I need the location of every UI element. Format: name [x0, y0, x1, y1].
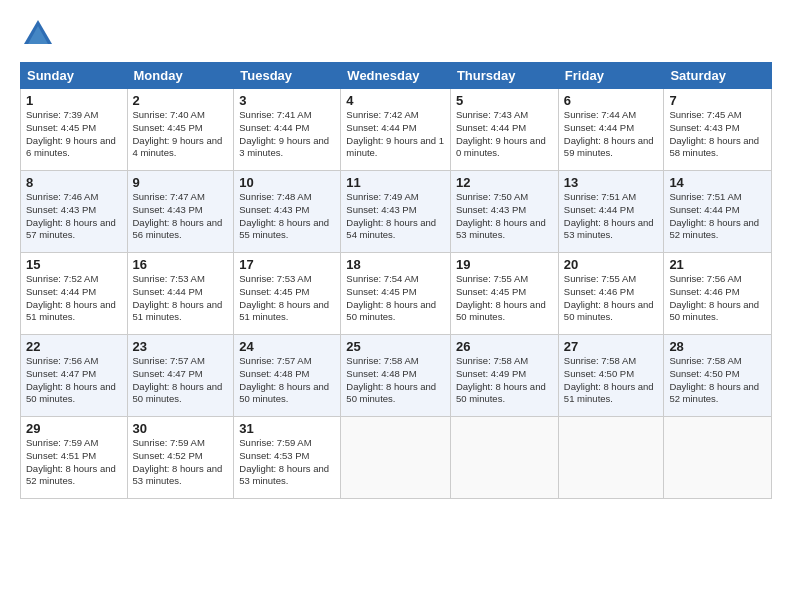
day-detail: Sunrise: 7:59 AMSunset: 4:53 PMDaylight:…: [239, 437, 329, 486]
day-number: 19: [456, 257, 553, 272]
day-detail: Sunrise: 7:43 AMSunset: 4:44 PMDaylight:…: [456, 109, 546, 158]
day-detail: Sunrise: 7:58 AMSunset: 4:50 PMDaylight:…: [669, 355, 759, 404]
day-number: 4: [346, 93, 445, 108]
calendar-week-row: 8 Sunrise: 7:46 AMSunset: 4:43 PMDayligh…: [21, 171, 772, 253]
calendar-cell: [450, 417, 558, 499]
calendar-header-sunday: Sunday: [21, 63, 128, 89]
calendar-cell: 4 Sunrise: 7:42 AMSunset: 4:44 PMDayligh…: [341, 89, 451, 171]
calendar-cell: 30 Sunrise: 7:59 AMSunset: 4:52 PMDaylig…: [127, 417, 234, 499]
day-detail: Sunrise: 7:56 AMSunset: 4:46 PMDaylight:…: [669, 273, 759, 322]
day-detail: Sunrise: 7:47 AMSunset: 4:43 PMDaylight:…: [133, 191, 223, 240]
day-detail: Sunrise: 7:58 AMSunset: 4:50 PMDaylight:…: [564, 355, 654, 404]
day-number: 15: [26, 257, 122, 272]
calendar-week-row: 22 Sunrise: 7:56 AMSunset: 4:47 PMDaylig…: [21, 335, 772, 417]
day-number: 23: [133, 339, 229, 354]
calendar-cell: 25 Sunrise: 7:58 AMSunset: 4:48 PMDaylig…: [341, 335, 451, 417]
calendar-cell: [341, 417, 451, 499]
calendar-cell: 10 Sunrise: 7:48 AMSunset: 4:43 PMDaylig…: [234, 171, 341, 253]
page: SundayMondayTuesdayWednesdayThursdayFrid…: [0, 0, 792, 612]
calendar-cell: 19 Sunrise: 7:55 AMSunset: 4:45 PMDaylig…: [450, 253, 558, 335]
calendar-cell: 15 Sunrise: 7:52 AMSunset: 4:44 PMDaylig…: [21, 253, 128, 335]
calendar-cell: 22 Sunrise: 7:56 AMSunset: 4:47 PMDaylig…: [21, 335, 128, 417]
day-detail: Sunrise: 7:50 AMSunset: 4:43 PMDaylight:…: [456, 191, 546, 240]
calendar-header-saturday: Saturday: [664, 63, 772, 89]
day-detail: Sunrise: 7:48 AMSunset: 4:43 PMDaylight:…: [239, 191, 329, 240]
calendar-cell: 20 Sunrise: 7:55 AMSunset: 4:46 PMDaylig…: [558, 253, 664, 335]
day-number: 29: [26, 421, 122, 436]
calendar-cell: 11 Sunrise: 7:49 AMSunset: 4:43 PMDaylig…: [341, 171, 451, 253]
day-detail: Sunrise: 7:51 AMSunset: 4:44 PMDaylight:…: [669, 191, 759, 240]
day-number: 20: [564, 257, 659, 272]
calendar-cell: [558, 417, 664, 499]
calendar-cell: 18 Sunrise: 7:54 AMSunset: 4:45 PMDaylig…: [341, 253, 451, 335]
day-number: 11: [346, 175, 445, 190]
day-number: 3: [239, 93, 335, 108]
calendar-cell: 6 Sunrise: 7:44 AMSunset: 4:44 PMDayligh…: [558, 89, 664, 171]
day-number: 9: [133, 175, 229, 190]
day-detail: Sunrise: 7:56 AMSunset: 4:47 PMDaylight:…: [26, 355, 116, 404]
calendar-header-monday: Monday: [127, 63, 234, 89]
day-number: 12: [456, 175, 553, 190]
calendar-cell: 24 Sunrise: 7:57 AMSunset: 4:48 PMDaylig…: [234, 335, 341, 417]
calendar-cell: 27 Sunrise: 7:58 AMSunset: 4:50 PMDaylig…: [558, 335, 664, 417]
day-number: 25: [346, 339, 445, 354]
calendar-week-row: 29 Sunrise: 7:59 AMSunset: 4:51 PMDaylig…: [21, 417, 772, 499]
day-number: 21: [669, 257, 766, 272]
day-detail: Sunrise: 7:58 AMSunset: 4:48 PMDaylight:…: [346, 355, 436, 404]
calendar-cell: 21 Sunrise: 7:56 AMSunset: 4:46 PMDaylig…: [664, 253, 772, 335]
day-detail: Sunrise: 7:58 AMSunset: 4:49 PMDaylight:…: [456, 355, 546, 404]
calendar-cell: 3 Sunrise: 7:41 AMSunset: 4:44 PMDayligh…: [234, 89, 341, 171]
calendar-cell: 29 Sunrise: 7:59 AMSunset: 4:51 PMDaylig…: [21, 417, 128, 499]
calendar-cell: 13 Sunrise: 7:51 AMSunset: 4:44 PMDaylig…: [558, 171, 664, 253]
day-number: 10: [239, 175, 335, 190]
day-number: 5: [456, 93, 553, 108]
day-number: 8: [26, 175, 122, 190]
logo-icon: [20, 16, 56, 52]
calendar-cell: 1 Sunrise: 7:39 AMSunset: 4:45 PMDayligh…: [21, 89, 128, 171]
calendar-cell: 28 Sunrise: 7:58 AMSunset: 4:50 PMDaylig…: [664, 335, 772, 417]
day-detail: Sunrise: 7:45 AMSunset: 4:43 PMDaylight:…: [669, 109, 759, 158]
calendar-header-thursday: Thursday: [450, 63, 558, 89]
calendar-header-row: SundayMondayTuesdayWednesdayThursdayFrid…: [21, 63, 772, 89]
calendar-cell: 26 Sunrise: 7:58 AMSunset: 4:49 PMDaylig…: [450, 335, 558, 417]
day-detail: Sunrise: 7:44 AMSunset: 4:44 PMDaylight:…: [564, 109, 654, 158]
day-detail: Sunrise: 7:57 AMSunset: 4:48 PMDaylight:…: [239, 355, 329, 404]
calendar-cell: 12 Sunrise: 7:50 AMSunset: 4:43 PMDaylig…: [450, 171, 558, 253]
day-detail: Sunrise: 7:39 AMSunset: 4:45 PMDaylight:…: [26, 109, 116, 158]
day-detail: Sunrise: 7:40 AMSunset: 4:45 PMDaylight:…: [133, 109, 223, 158]
day-number: 30: [133, 421, 229, 436]
calendar-cell: 2 Sunrise: 7:40 AMSunset: 4:45 PMDayligh…: [127, 89, 234, 171]
calendar-cell: 31 Sunrise: 7:59 AMSunset: 4:53 PMDaylig…: [234, 417, 341, 499]
day-detail: Sunrise: 7:55 AMSunset: 4:45 PMDaylight:…: [456, 273, 546, 322]
calendar-week-row: 1 Sunrise: 7:39 AMSunset: 4:45 PMDayligh…: [21, 89, 772, 171]
day-number: 6: [564, 93, 659, 108]
day-number: 16: [133, 257, 229, 272]
day-detail: Sunrise: 7:51 AMSunset: 4:44 PMDaylight:…: [564, 191, 654, 240]
calendar-header-friday: Friday: [558, 63, 664, 89]
calendar-cell: 9 Sunrise: 7:47 AMSunset: 4:43 PMDayligh…: [127, 171, 234, 253]
calendar-week-row: 15 Sunrise: 7:52 AMSunset: 4:44 PMDaylig…: [21, 253, 772, 335]
calendar-cell: 16 Sunrise: 7:53 AMSunset: 4:44 PMDaylig…: [127, 253, 234, 335]
day-number: 27: [564, 339, 659, 354]
calendar-cell: 17 Sunrise: 7:53 AMSunset: 4:45 PMDaylig…: [234, 253, 341, 335]
day-detail: Sunrise: 7:53 AMSunset: 4:45 PMDaylight:…: [239, 273, 329, 322]
day-number: 14: [669, 175, 766, 190]
day-detail: Sunrise: 7:57 AMSunset: 4:47 PMDaylight:…: [133, 355, 223, 404]
day-detail: Sunrise: 7:53 AMSunset: 4:44 PMDaylight:…: [133, 273, 223, 322]
calendar-header-wednesday: Wednesday: [341, 63, 451, 89]
day-detail: Sunrise: 7:46 AMSunset: 4:43 PMDaylight:…: [26, 191, 116, 240]
day-number: 31: [239, 421, 335, 436]
day-number: 24: [239, 339, 335, 354]
day-number: 17: [239, 257, 335, 272]
day-detail: Sunrise: 7:59 AMSunset: 4:52 PMDaylight:…: [133, 437, 223, 486]
calendar-table: SundayMondayTuesdayWednesdayThursdayFrid…: [20, 62, 772, 499]
day-detail: Sunrise: 7:54 AMSunset: 4:45 PMDaylight:…: [346, 273, 436, 322]
day-number: 13: [564, 175, 659, 190]
day-number: 18: [346, 257, 445, 272]
day-detail: Sunrise: 7:41 AMSunset: 4:44 PMDaylight:…: [239, 109, 329, 158]
day-number: 28: [669, 339, 766, 354]
calendar-cell: 5 Sunrise: 7:43 AMSunset: 4:44 PMDayligh…: [450, 89, 558, 171]
calendar-header-tuesday: Tuesday: [234, 63, 341, 89]
calendar-cell: 8 Sunrise: 7:46 AMSunset: 4:43 PMDayligh…: [21, 171, 128, 253]
day-detail: Sunrise: 7:42 AMSunset: 4:44 PMDaylight:…: [346, 109, 444, 158]
